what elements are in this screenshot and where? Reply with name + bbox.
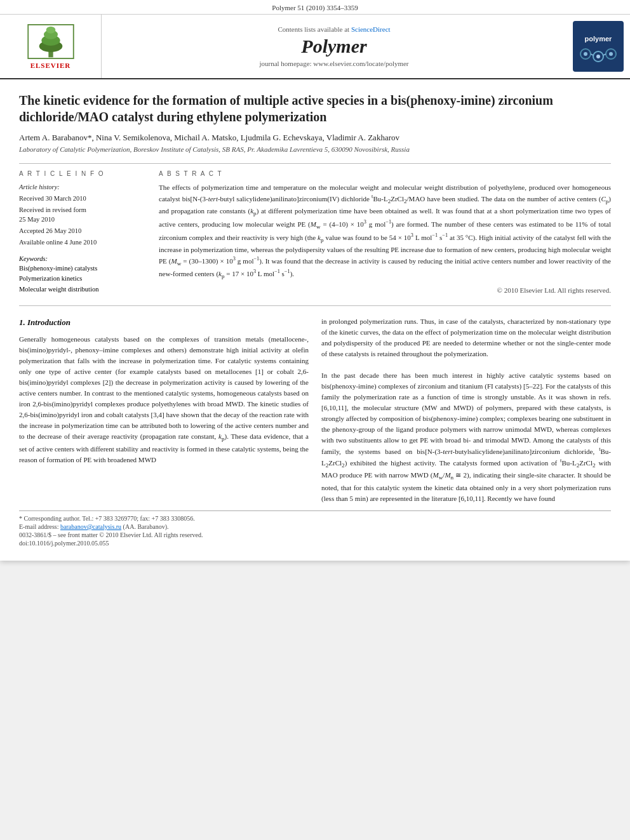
polymer-logo-icon: polymer [573, 21, 624, 72]
journal-ref: Polymer 51 (2010) 3354–3359 [272, 4, 358, 11]
intro-col1-text: Generally homogeneous catalysts based on… [19, 334, 309, 465]
svg-point-16 [609, 52, 613, 56]
sciencedirect-line: Contents lists available at ScienceDirec… [278, 25, 390, 33]
body-columns: 1. Introduction Generally homogeneous ca… [19, 316, 611, 504]
journal-homepage: journal homepage: www.elsevier.com/locat… [259, 60, 408, 67]
article-history: Article history: Received 30 March 2010 … [19, 182, 146, 248]
doi-line: doi:10.1016/j.polymer.2010.05.055 [19, 540, 611, 547]
abstract-column: A B S T R A C T The effects of polymeriz… [159, 170, 611, 295]
keywords-list: Bis(phenoxy-imine) catalysts Polymerizat… [19, 263, 146, 295]
corresponding-author: * Corresponding author. Tel.: +7 383 326… [19, 515, 611, 522]
keyword-1: Bis(phenoxy-imine) catalysts [19, 263, 146, 274]
keywords-label: Keywords: [19, 255, 146, 262]
svg-text:polymer: polymer [585, 35, 613, 43]
sciencedirect-link[interactable]: ScienceDirect [351, 25, 391, 33]
copyright-line: 0032-3861/$ – see front matter © 2010 El… [19, 531, 611, 538]
history-received: Received 30 March 2010 [19, 194, 146, 204]
journal-name: Polymer [301, 36, 366, 57]
intro-heading: 1. Introduction [19, 316, 309, 329]
article-info-abstract: A R T I C L E I N F O Article history: R… [19, 170, 611, 295]
email-link[interactable]: barabanov@catalysis.ru [60, 523, 121, 530]
history-available: Available online 4 June 2010 [19, 237, 146, 248]
svg-point-15 [596, 55, 600, 58]
article-info-label: A R T I C L E I N F O [19, 170, 146, 177]
elsevier-label: ELSEVIER [30, 62, 71, 69]
journal-center: Contents lists available at ScienceDirec… [102, 15, 566, 78]
history-label: Article history: [19, 182, 146, 192]
email-line: E-mail address: barabanov@catalysis.ru (… [19, 523, 611, 530]
journal-header: ELSEVIER Contents lists available at Sci… [0, 15, 630, 79]
abstract-text: The effects of polymerization time and t… [159, 182, 611, 281]
body-divider [19, 305, 611, 306]
abstract-copyright: © 2010 Elsevier Ltd. All rights reserved… [159, 286, 611, 294]
article-title: The kinetic evidence for the formation o… [19, 92, 611, 125]
intro-col2-para2: In the past decade there has been much i… [321, 370, 611, 504]
history-received-revised: Received in revised form25 May 2010 [19, 205, 146, 225]
keyword-2: Polymerization kinetics [19, 274, 146, 284]
article-info-column: A R T I C L E I N F O Article history: R… [19, 170, 146, 295]
body-col-right: in prolonged polymerization runs. Thus, … [321, 316, 611, 504]
article-authors: Artem A. Barabanov*, Nina V. Semikolenov… [19, 133, 611, 143]
svg-rect-7 [573, 21, 624, 72]
elsevier-logo-box: ELSEVIER [0, 15, 102, 78]
article-content: The kinetic evidence for the formation o… [0, 79, 630, 561]
polymer-logo-box: polymer [566, 15, 630, 78]
intro-col2-para1: in prolonged polymerization runs. Thus, … [321, 316, 611, 359]
svg-point-5 [46, 26, 55, 33]
svg-point-14 [584, 52, 587, 56]
keyword-3: Molecular weight distribution [19, 284, 146, 295]
page: Polymer 51 (2010) 3354–3359 ELSEVI [0, 0, 630, 561]
abstract-label: A B S T R A C T [159, 170, 611, 177]
footnotes: * Corresponding author. Tel.: +7 383 326… [19, 510, 611, 547]
body-col-left: 1. Introduction Generally homogeneous ca… [19, 316, 309, 504]
top-bar: Polymer 51 (2010) 3354–3359 [0, 0, 630, 15]
history-accepted: Accepted 26 May 2010 [19, 226, 146, 236]
article-affiliation: Laboratory of Catalytic Polymerization, … [19, 145, 611, 153]
article-divider [19, 163, 611, 164]
elsevier-tree-icon [25, 24, 76, 59]
keywords-section: Keywords: Bis(phenoxy-imine) catalysts P… [19, 255, 146, 295]
